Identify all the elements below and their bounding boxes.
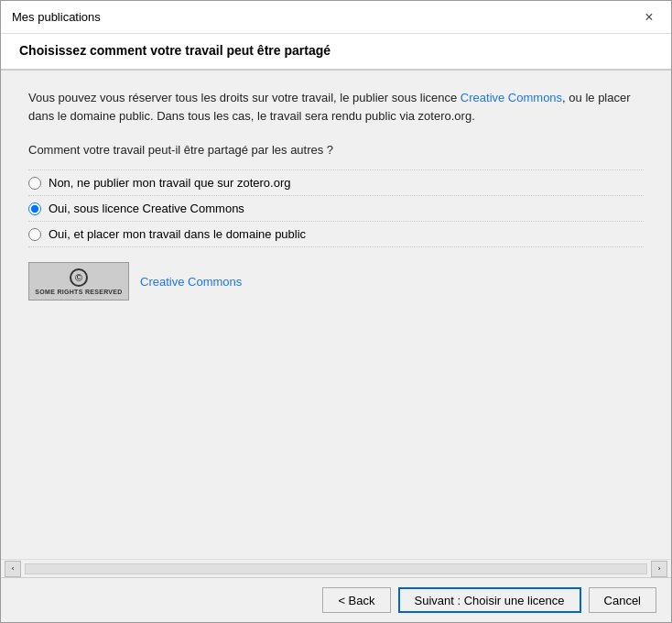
page-title: Choisissez comment votre travail peut êt… xyxy=(19,43,653,58)
next-button[interactable]: Suivant : Choisir une licence xyxy=(398,587,581,613)
radio-label-1: Non, ne publier mon travail que sur zote… xyxy=(49,176,290,190)
radio-item-2[interactable]: Oui, sous licence Creative Commons xyxy=(28,196,644,222)
cc-badge: © SOME RIGHTS RESERVED xyxy=(28,262,129,301)
close-button[interactable]: × xyxy=(638,6,660,28)
dialog-footer: < Back Suivant : Choisir une licence Can… xyxy=(1,577,671,622)
cc-badge-text: SOME RIGHTS RESERVED xyxy=(35,289,122,295)
dialog-body: Vous pouvez vous réserver tous les droit… xyxy=(1,71,671,559)
cc-inline-link[interactable]: Creative Commons xyxy=(461,91,562,104)
radio-input-3[interactable] xyxy=(28,228,41,241)
cc-link[interactable]: Creative Commons xyxy=(140,275,242,289)
radio-label-2: Oui, sous licence Creative Commons xyxy=(49,202,244,215)
scroll-track[interactable] xyxy=(25,563,647,574)
window-title: Mes publications xyxy=(12,10,101,24)
back-button[interactable]: < Back xyxy=(322,587,390,613)
radio-group: Non, ne publier mon travail que sur zote… xyxy=(28,169,644,247)
radio-item-3[interactable]: Oui, et placer mon travail dans le domai… xyxy=(28,222,644,247)
scroll-right-arrow[interactable]: › xyxy=(651,561,667,577)
title-bar: Mes publications × xyxy=(1,1,671,34)
radio-label-3: Oui, et placer mon travail dans le domai… xyxy=(49,227,306,241)
question-text: Comment votre travail peut-il être parta… xyxy=(28,143,644,157)
dialog-header: Choisissez comment votre travail peut êt… xyxy=(1,34,671,71)
scrollbar-area: ‹ › xyxy=(1,559,671,577)
dialog: Mes publications × Choisissez comment vo… xyxy=(0,0,672,623)
cc-badge-area: © SOME RIGHTS RESERVED Creative Commons xyxy=(28,262,644,301)
cc-icon: © xyxy=(70,268,88,287)
cancel-button[interactable]: Cancel xyxy=(589,587,656,613)
radio-input-2[interactable] xyxy=(28,202,41,215)
scroll-left-arrow[interactable]: ‹ xyxy=(5,561,21,577)
radio-input-1[interactable] xyxy=(28,177,41,190)
radio-item-1[interactable]: Non, ne publier mon travail que sur zote… xyxy=(28,169,644,196)
description-text: Vous pouvez vous réserver tous les droit… xyxy=(28,89,644,125)
